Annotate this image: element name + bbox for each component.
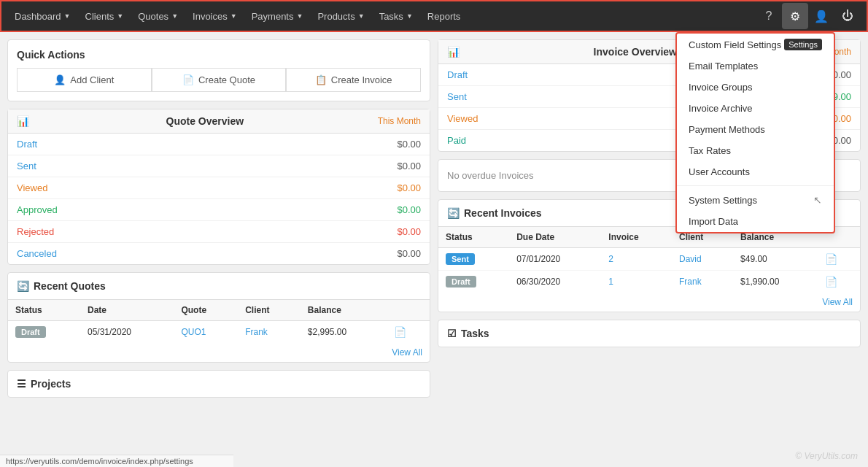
quote-draft-amount: $0.00	[397, 139, 421, 150]
quote-viewed-amount: $0.00	[397, 182, 421, 193]
quote-row-number[interactable]: QUO1	[174, 321, 238, 344]
invoice-row-number[interactable]: 2	[601, 248, 672, 271]
cursor-icon: ↖	[813, 194, 822, 206]
quote-canceled-link[interactable]: Canceled	[17, 248, 57, 259]
quote-draft-link[interactable]: Draft	[17, 139, 37, 150]
col-date: Date	[80, 300, 174, 321]
quote-approved-amount: $0.00	[397, 204, 421, 215]
settings-button[interactable]: ⚙	[782, 3, 808, 29]
payment-methods-item[interactable]: Payment Methods	[677, 119, 834, 140]
quote-row-client[interactable]: Frank	[238, 321, 301, 344]
email-templates-item[interactable]: Email Templates	[677, 55, 834, 77]
recent-quotes-icon: 🔄	[17, 280, 29, 292]
projects-panel: ☰ Projects	[7, 370, 430, 398]
system-settings-item[interactable]: System Settings ↖	[677, 189, 834, 211]
projects-title: ☰ Projects	[17, 378, 421, 390]
invoice-row-number[interactable]: 1	[601, 271, 672, 293]
menu-divider	[677, 185, 834, 186]
projects-icon: ☰	[17, 378, 26, 390]
tasks-panel: ☑ Tasks	[438, 320, 861, 347]
recent-quotes-table: Status Date Quote Client Balance Draft 0…	[8, 300, 430, 343]
power-button[interactable]: ⏻	[834, 3, 861, 29]
invoice-sent-link[interactable]: Sent	[447, 91, 467, 102]
quote-overview-panel: 📊 Quote Overview This Month Draft $0.00 …	[7, 109, 430, 265]
quote-sent-link[interactable]: Sent	[17, 161, 36, 171]
overview-row: Approved $0.00	[8, 199, 430, 221]
settings-dropdown: Custom Field Settings Settings Email Tem…	[675, 32, 835, 234]
create-invoice-icon: 📋	[315, 74, 327, 85]
nav-dashboard[interactable]: Dashboard ▼	[7, 0, 78, 32]
invoice-viewed-link[interactable]: Viewed	[447, 113, 478, 124]
invoice-overview-icon: 📊	[447, 46, 460, 58]
invoice-row-file-icon[interactable]: 📄	[818, 248, 860, 271]
overview-row: Rejected $0.00	[8, 221, 430, 243]
nav-payments[interactable]: Payments ▼	[244, 0, 311, 32]
recent-quotes-panel: 🔄 Recent Quotes Status Date Quote Client…	[7, 272, 430, 363]
table-header-row: Status Date Quote Client Balance	[8, 300, 430, 321]
quote-period: This Month	[378, 116, 421, 126]
overview-row: Canceled $0.00	[8, 243, 430, 264]
watermark: © VeryUtils.com	[795, 451, 858, 461]
invoice-paid-link[interactable]: Paid	[447, 135, 466, 146]
custom-field-settings-item[interactable]: Custom Field Settings Settings	[677, 34, 834, 55]
quick-actions-title: Quick Actions	[17, 49, 421, 61]
table-row: Sent 07/01/2020 2 David $49.00 📄	[438, 248, 860, 271]
overview-row: Viewed $0.00	[8, 177, 430, 199]
quote-rejected-link[interactable]: Rejected	[17, 226, 54, 237]
quote-overview-rows: Draft $0.00 Sent $0.00 Viewed $0.00 Appr…	[8, 134, 430, 264]
nav-products[interactable]: Products ▼	[310, 0, 371, 32]
invoice-row-file-icon[interactable]: 📄	[818, 271, 860, 293]
quote-row-balance: $2,995.00	[301, 321, 387, 344]
user-button[interactable]: 👤	[808, 3, 834, 29]
quote-row-file-icon[interactable]: 📄	[387, 321, 430, 344]
tasks-caret: ▼	[406, 12, 413, 20]
col-quote: Quote	[174, 300, 238, 321]
status-badge: Draft	[446, 276, 476, 287]
file-icon: 📄	[825, 253, 837, 265]
recent-invoices-table: Status Due Date Invoice Client Balance S…	[438, 227, 860, 293]
file-icon: 📄	[825, 276, 837, 287]
quotes-view-all[interactable]: View All	[8, 343, 430, 362]
quick-actions-buttons: 👤 Add Client 📄 Create Quote 📋 Create Inv…	[17, 68, 421, 92]
invoices-caret: ▼	[230, 12, 237, 20]
nav-invoices[interactable]: Invoices ▼	[185, 0, 244, 32]
invoice-row-client[interactable]: Frank	[672, 271, 733, 293]
invoice-row-date: 07/01/2020	[509, 248, 601, 271]
quote-approved-link[interactable]: Approved	[17, 204, 58, 215]
user-accounts-item[interactable]: User Accounts	[677, 161, 834, 182]
col-actions	[387, 300, 430, 321]
quote-row-status: Draft	[8, 321, 80, 344]
col-invoice: Invoice	[601, 227, 672, 248]
quote-sent-amount: $0.00	[397, 161, 421, 171]
file-icon: 📄	[394, 326, 406, 338]
col-due-date: Due Date	[509, 227, 601, 248]
statusbar: https://veryutils.com/demo/invoice/index…	[0, 455, 233, 467]
col-status: Status	[8, 300, 80, 321]
import-data-item[interactable]: Import Data	[677, 211, 834, 232]
create-quote-icon: 📄	[182, 74, 194, 85]
quotes-caret: ▼	[171, 12, 178, 20]
quick-actions-panel: Quick Actions 👤 Add Client 📄 Create Quot…	[7, 39, 430, 101]
invoice-row-status: Sent	[438, 248, 509, 271]
nav-tasks[interactable]: Tasks ▼	[372, 0, 420, 32]
overview-row: Sent $0.00	[8, 155, 430, 177]
add-client-icon: 👤	[54, 74, 66, 85]
quote-rejected-amount: $0.00	[397, 226, 421, 237]
nav-clients[interactable]: Clients ▼	[78, 0, 131, 32]
tax-rates-item[interactable]: Tax Rates	[677, 140, 834, 161]
nav-quotes[interactable]: Quotes ▼	[131, 0, 185, 32]
create-invoice-button[interactable]: 📋 Create Invoice	[286, 68, 421, 92]
invoices-view-all[interactable]: View All	[438, 293, 860, 312]
quote-viewed-link[interactable]: Viewed	[17, 182, 47, 193]
invoice-archive-item[interactable]: Invoice Archive	[677, 98, 834, 119]
left-column: Quick Actions 👤 Add Client 📄 Create Quot…	[7, 39, 430, 460]
invoice-groups-item[interactable]: Invoice Groups	[677, 77, 834, 98]
invoice-row-client[interactable]: David	[672, 248, 733, 271]
create-quote-button[interactable]: 📄 Create Quote	[152, 68, 287, 92]
add-client-button[interactable]: 👤 Add Client	[17, 68, 152, 92]
invoice-draft-link[interactable]: Draft	[447, 69, 468, 80]
nav-reports[interactable]: Reports	[420, 0, 468, 32]
clients-caret: ▼	[117, 12, 123, 20]
help-button[interactable]: ?	[756, 3, 782, 29]
tasks-title: ☑ Tasks	[447, 328, 851, 339]
